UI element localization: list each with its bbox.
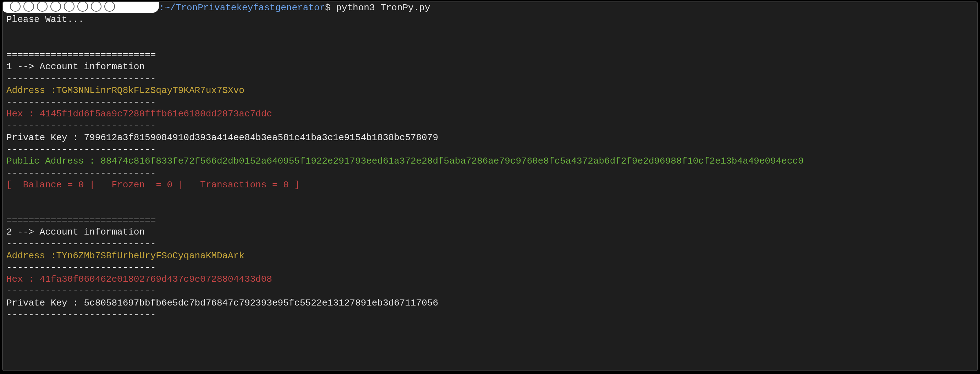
hex-value: 4145f1dd6f5aa9c7280fffb61e6180dd2873ac7d… — [40, 108, 272, 119]
prompt-path: ~/TronPrivatekeyfastgenerator — [165, 3, 325, 13]
account-header: 2 --> Account information — [6, 227, 145, 237]
terminal-window: :~/TronPrivatekeyfastgenerator$ python3 … — [0, 2, 980, 374]
terminal-output[interactable]: :~/TronPrivatekeyfastgenerator$ python3 … — [6, 2, 974, 321]
tab-circle-icon — [104, 2, 115, 12]
terminal-viewport[interactable]: :~/TronPrivatekeyfastgenerator$ python3 … — [2, 2, 978, 371]
tab-circle-icon — [77, 2, 88, 12]
public-address-label: Public Address : — [6, 156, 100, 166]
tab-circle-icon — [64, 2, 75, 12]
command-text: python3 TronPy.py — [336, 3, 430, 13]
tab-circle-icon — [50, 2, 61, 12]
tab-circle-icon — [37, 2, 48, 12]
private-key-label: Private Key : — [6, 132, 84, 143]
separator-single: --------------------------- — [6, 121, 156, 131]
hex-label: Hex : — [6, 274, 40, 285]
separator-single: --------------------------- — [6, 144, 156, 155]
address-value: TYn6ZMb7SBfUrheUryFSoCyqanaKMDaArk — [56, 250, 245, 261]
address-value: TGM3NNLinrRQ8kFLzSqayT9KAR7ux7SXvo — [56, 85, 245, 96]
separator-double: =========================== — [6, 50, 156, 60]
separator-single: --------------------------- — [6, 239, 156, 249]
tab-circle-icon — [91, 2, 102, 12]
public-address-value: 88474c816f833fe72f566d2db0152a640955f192… — [100, 156, 803, 166]
private-key-value: 5c80581697bbfb6e5dc7bd76847c792393e95fc5… — [84, 298, 438, 308]
private-key-value: 799612a3f8159084910d393a414ee84b3ea581c4… — [84, 132, 438, 143]
prompt-dollar: $ — [325, 3, 331, 13]
separator-single: --------------------------- — [6, 168, 156, 178]
please-wait-text: Please Wait... — [6, 14, 84, 25]
address-label: Address : — [6, 85, 56, 96]
hex-value: 41fa30f060462e01802769d437c9e0728804433d… — [40, 274, 272, 285]
window-tabs-region — [2, 2, 159, 13]
address-label: Address : — [6, 250, 56, 261]
separator-single: --------------------------- — [6, 262, 156, 273]
separator-double: =========================== — [6, 215, 156, 226]
tab-circle-icon — [10, 2, 21, 12]
prompt-sep: : — [159, 3, 165, 13]
separator-single: --------------------------- — [6, 97, 156, 108]
tab-circle-icon — [24, 2, 34, 12]
private-key-label: Private Key : — [6, 298, 84, 308]
separator-single: --------------------------- — [6, 286, 156, 296]
account-header: 1 --> Account information — [6, 61, 145, 72]
account-stats: [ Balance = 0 | Frozen = 0 | Transaction… — [6, 180, 300, 190]
separator-single: --------------------------- — [6, 73, 156, 84]
separator-single: --------------------------- — [6, 309, 156, 320]
hex-label: Hex : — [6, 108, 40, 119]
